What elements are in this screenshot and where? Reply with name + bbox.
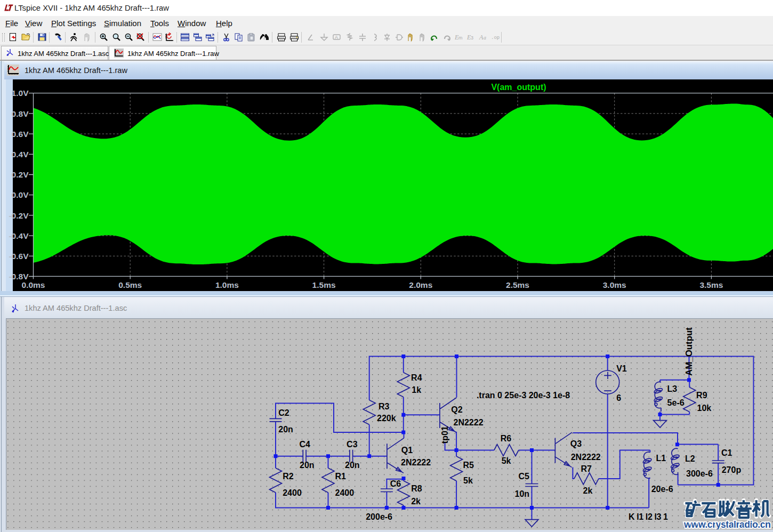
svg-text:K l1 l2 l3 1: K l1 l2 l3 1	[629, 512, 668, 521]
svg-text:m: m	[458, 35, 463, 41]
svg-text:5k: 5k	[463, 476, 473, 485]
svg-text:2k: 2k	[411, 497, 421, 506]
svg-text:R4: R4	[411, 373, 422, 382]
svg-text:20n: 20n	[300, 461, 315, 470]
svg-text:R9: R9	[696, 391, 707, 400]
svg-text:www.crystalradio.cn: www.crystalradio.cn	[683, 519, 771, 529]
svg-text:C3: C3	[347, 440, 358, 449]
svg-text:C6: C6	[390, 479, 401, 488]
svg-text:R5: R5	[463, 461, 474, 470]
svg-text:1.0ms: 1.0ms	[215, 280, 239, 289]
svg-text:.op: .op	[491, 35, 500, 41]
svg-text:3.5ms: 3.5ms	[699, 280, 723, 289]
svg-text:AM_Output: AM_Output	[684, 327, 694, 376]
svg-text:V(am_output): V(am_output)	[491, 83, 546, 92]
svg-text:270p: 270p	[722, 465, 742, 474]
svg-text:2k: 2k	[583, 486, 593, 495]
svg-text:5e-6: 5e-6	[667, 398, 685, 407]
svg-text:3.0ms: 3.0ms	[603, 280, 626, 289]
svg-text:.tran 0 25e-3 20e-3 1e-8: .tran 0 25e-3 20e-3 1e-8	[477, 391, 570, 400]
svg-text:A: A	[479, 34, 484, 41]
svg-text:R7: R7	[581, 464, 592, 473]
svg-text:10n: 10n	[515, 489, 530, 498]
svg-text:A: A	[335, 35, 338, 40]
svg-text:0.8V: 0.8V	[12, 109, 29, 118]
svg-text:R6: R6	[501, 434, 512, 443]
svg-text:10k: 10k	[697, 404, 712, 413]
svg-text:C2: C2	[278, 408, 289, 417]
svg-text:C4: C4	[299, 440, 310, 449]
svg-text:300e-6: 300e-6	[686, 469, 713, 478]
svg-text:20e-6: 20e-6	[651, 485, 673, 494]
svg-text:0.5ms: 0.5ms	[118, 280, 142, 289]
svg-text:-0.2V: -0.2V	[9, 211, 29, 220]
svg-text:R8: R8	[411, 484, 422, 493]
svg-text:2N2222: 2N2222	[401, 458, 431, 467]
svg-text:20n: 20n	[345, 461, 360, 470]
svg-text:C5: C5	[518, 472, 529, 481]
svg-text:0.6V: 0.6V	[12, 130, 29, 139]
svg-text:Q1: Q1	[401, 446, 413, 455]
svg-text:20n: 20n	[278, 425, 293, 434]
svg-text:5k: 5k	[502, 456, 511, 465]
svg-text:-0.4V: -0.4V	[9, 231, 29, 240]
svg-text:2400: 2400	[283, 488, 302, 497]
svg-text:R2: R2	[283, 472, 294, 481]
svg-text:2N2222: 2N2222	[571, 453, 601, 462]
svg-text:200e-6: 200e-6	[366, 512, 392, 521]
svg-text:3: 3	[471, 35, 473, 41]
svg-text:Q2: Q2	[451, 405, 462, 414]
svg-text:R3: R3	[379, 402, 390, 411]
svg-text:220k: 220k	[377, 414, 396, 423]
svg-text:2400: 2400	[335, 488, 355, 497]
svg-text:2.0ms: 2.0ms	[409, 280, 432, 289]
svg-text:tp01: tp01	[440, 426, 449, 444]
svg-text:2.5ms: 2.5ms	[506, 280, 529, 289]
svg-text:0.4V: 0.4V	[12, 150, 29, 159]
svg-text:L2: L2	[685, 454, 695, 463]
svg-text:0.2V: 0.2V	[12, 170, 29, 179]
svg-text:2N2222: 2N2222	[454, 418, 484, 427]
svg-text:1k: 1k	[412, 385, 421, 394]
svg-text:1.5ms: 1.5ms	[312, 280, 336, 289]
svg-text:L3: L3	[667, 384, 678, 393]
svg-text:Q3: Q3	[570, 439, 582, 448]
svg-text:1.0V: 1.0V	[12, 88, 29, 98]
svg-text:0.0V: 0.0V	[12, 190, 29, 199]
svg-text:-0.6V: -0.6V	[9, 252, 29, 261]
svg-text:L1: L1	[656, 454, 666, 463]
svg-text:a: a	[484, 35, 486, 41]
svg-text:C1: C1	[721, 448, 732, 457]
svg-text:R1: R1	[335, 472, 347, 481]
svg-text:6: 6	[616, 393, 621, 402]
svg-text:V1: V1	[616, 364, 627, 373]
svg-text:0.0ms: 0.0ms	[22, 280, 45, 289]
